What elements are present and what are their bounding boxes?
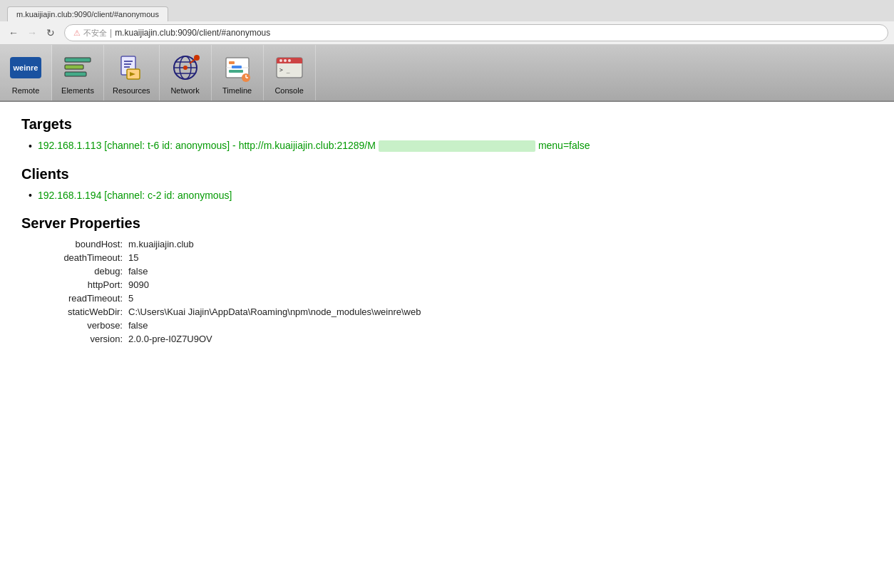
- prop-value: C:\Users\Kuai Jiajin\AppData\Roaming\npm…: [128, 306, 421, 317]
- security-warning-text: 不安全: [83, 28, 107, 38]
- address-separator: |: [110, 28, 112, 38]
- prop-key: staticWebDir:: [36, 306, 128, 317]
- redacted-block: [379, 140, 535, 152]
- prop-key: httpPort:: [36, 279, 128, 290]
- browser-address-bar: ← → ↻ ⚠ 不安全 | m.kuaijiajin.club:9090/cli…: [0, 21, 894, 44]
- target-link-text-after: menu=false: [538, 140, 590, 151]
- resources-icon: [114, 51, 148, 85]
- weinre-logo: weinre: [10, 57, 41, 78]
- security-icon: ⚠: [73, 29, 81, 38]
- prop-value: 5: [128, 293, 133, 304]
- timeline-icon: [220, 51, 255, 85]
- svg-rect-5: [124, 63, 131, 65]
- bullet-icon: •: [29, 140, 32, 152]
- svg-point-14: [183, 66, 187, 70]
- prop-value: 9090: [128, 279, 149, 290]
- toolbar-label-remote: Remote: [12, 86, 40, 95]
- address-bar[interactable]: ⚠ 不安全 | m.kuaijiajin.club:9090/client/#a…: [64, 24, 888, 41]
- prop-value: m.kuaijiajin.club: [128, 239, 194, 249]
- prop-value: 15: [128, 252, 138, 263]
- svg-rect-0: [65, 58, 91, 62]
- toolbar-label-console: Console: [274, 86, 303, 95]
- targets-title: Targets: [21, 116, 873, 133]
- toolbar-label-resources: Resources: [113, 86, 150, 95]
- server-properties-table: boundHost:m.kuaijiajin.clubdeathTimeout:…: [36, 239, 873, 344]
- toolbar-item-network[interactable]: Network: [160, 45, 212, 100]
- toolbar-item-elements[interactable]: Elements: [52, 45, 104, 100]
- svg-rect-6: [124, 66, 130, 68]
- svg-rect-20: [232, 66, 242, 68]
- prop-value: false: [128, 320, 148, 331]
- toolbar-item-timeline[interactable]: Timeline: [212, 45, 264, 100]
- toolbar-item-remote[interactable]: weinre Remote: [0, 45, 52, 100]
- prop-key: version:: [36, 334, 128, 344]
- refresh-button[interactable]: ↻: [43, 25, 58, 41]
- prop-key: deathTimeout:: [36, 252, 128, 263]
- weinre-toolbar: weinre Remote Elements Resources: [0, 45, 894, 102]
- clients-list: • 192.168.1.194 [channel: c-2 id: anonym…: [29, 190, 873, 201]
- prop-key: boundHost:: [36, 239, 128, 249]
- console-icon: > _: [272, 51, 307, 85]
- svg-point-28: [279, 59, 282, 62]
- remote-icon: weinre: [9, 51, 43, 85]
- target-link[interactable]: 192.168.1.113 [channel: t-6 id: anonymou…: [38, 140, 590, 152]
- prop-row: deathTimeout:15: [36, 252, 873, 263]
- svg-point-30: [288, 59, 291, 62]
- prop-row: debug:false: [36, 266, 873, 277]
- prop-row: httpPort:9090: [36, 279, 873, 290]
- svg-rect-19: [229, 61, 235, 64]
- prop-value: 2.0.0-pre-I0Z7U9OV: [128, 334, 212, 344]
- nav-buttons: ← → ↻: [6, 25, 58, 41]
- main-content: Targets • 192.168.1.113 [channel: t-6 id…: [0, 102, 894, 361]
- browser-chrome: m.kuaijiajin.club:9090/client/#anonymous…: [0, 0, 894, 45]
- toolbar-label-network: Network: [170, 86, 199, 95]
- back-button[interactable]: ←: [6, 25, 21, 41]
- prop-row: verbose:false: [36, 320, 873, 331]
- prop-row: version:2.0.0-pre-I0Z7U9OV: [36, 334, 873, 344]
- forward-button[interactable]: →: [24, 25, 40, 41]
- browser-tab[interactable]: m.kuaijiajin.club:9090/client/#anonymous: [7, 6, 168, 21]
- address-text: m.kuaijiajin.club:9090/client/#anonymous: [115, 28, 270, 38]
- toolbar-item-console[interactable]: > _ Console: [264, 45, 316, 100]
- svg-text:> _: > _: [279, 67, 290, 73]
- network-icon: [168, 51, 202, 85]
- toolbar-item-resources[interactable]: Resources: [104, 45, 160, 100]
- prop-row: boundHost:m.kuaijiajin.club: [36, 239, 873, 249]
- prop-key: readTimeout:: [36, 293, 128, 304]
- svg-rect-2: [65, 72, 86, 76]
- toolbar-label-timeline: Timeline: [222, 86, 252, 95]
- elements-icon: [61, 51, 95, 85]
- target-link-text-before: 192.168.1.113 [channel: t-6 id: anonymou…: [38, 140, 376, 151]
- client-link[interactable]: 192.168.1.194 [channel: c-2 id: anonymou…: [38, 190, 232, 201]
- svg-rect-1: [65, 65, 83, 69]
- prop-value: false: [128, 266, 148, 277]
- bullet-icon-client: •: [29, 190, 32, 201]
- prop-key: debug:: [36, 266, 128, 277]
- svg-point-29: [284, 59, 287, 62]
- clients-title: Clients: [21, 166, 873, 182]
- prop-row: staticWebDir:C:\Users\Kuai Jiajin\AppDat…: [36, 306, 873, 317]
- svg-point-16: [194, 55, 200, 61]
- prop-row: readTimeout:5: [36, 293, 873, 304]
- toolbar-label-elements: Elements: [61, 86, 94, 95]
- server-properties-title: Server Properties: [21, 215, 873, 232]
- targets-list: • 192.168.1.113 [channel: t-6 id: anonym…: [29, 140, 873, 152]
- browser-tabs-bar: m.kuaijiajin.club:9090/client/#anonymous: [0, 0, 894, 21]
- prop-key: verbose:: [36, 320, 128, 331]
- svg-rect-21: [229, 70, 243, 73]
- svg-rect-4: [124, 61, 133, 62]
